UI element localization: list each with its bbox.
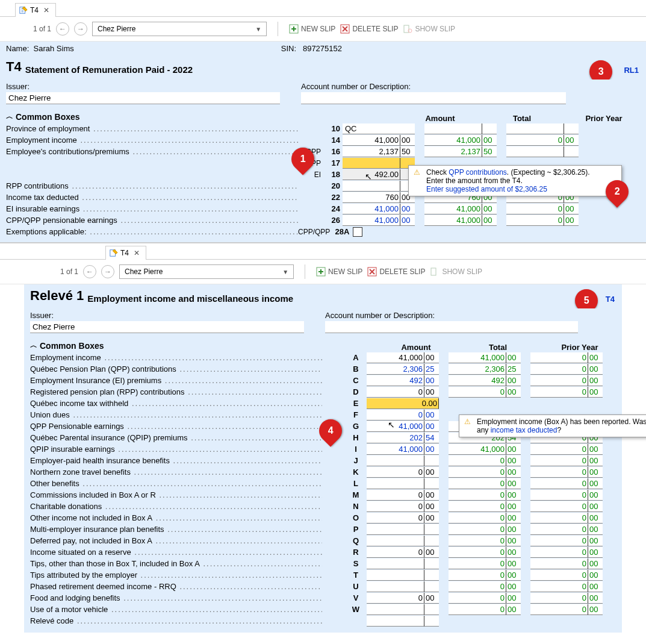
delete-slip-button[interactable]: DELETE SLIP [340, 24, 398, 34]
t4-body: Issuer: Account number or Description: ︿… [0, 80, 646, 243]
t4-link[interactable]: T4 [606, 295, 615, 304]
tab-t4[interactable]: T4 ✕ [15, 3, 56, 17]
amount-input[interactable] [367, 536, 424, 546]
table-row: Multi-employer insurance plan benefitsP0… [30, 524, 616, 535]
amount-input[interactable]: 2,306 [367, 364, 424, 375]
amount-input[interactable]: 0 [367, 547, 424, 558]
amount-input[interactable] [367, 616, 424, 627]
section-common-boxes[interactable]: ︿ Common Boxes [6, 111, 80, 122]
box-letter: U [347, 582, 367, 591]
prev-button[interactable]: ← [83, 265, 96, 278]
amount-input[interactable]: 41,000 [367, 421, 424, 432]
rl1-table: Employment incomeA41,0000041,00000000Qué… [30, 352, 616, 627]
toolbar: 1 of 1 ← → Chez Pierre ▼ NEW SLIP DELETE… [0, 17, 646, 42]
amount-input[interactable] [343, 181, 400, 192]
close-icon[interactable]: ✕ [43, 6, 49, 14]
amount-input[interactable]: 41,000 [343, 215, 400, 226]
col-prior: Prior Year [568, 114, 640, 123]
amount-input[interactable]: 0 [367, 490, 424, 501]
box-letter: B [347, 364, 367, 374]
amount-input[interactable]: 0 [367, 387, 424, 398]
new-slip-button[interactable]: NEW SLIP [316, 267, 362, 277]
amount-input[interactable] [367, 570, 424, 581]
rl1-link[interactable]: RL1 [624, 66, 639, 75]
tab-strip-rl1: T4 ✕ [0, 243, 646, 260]
amount-input[interactable]: 0 [367, 513, 424, 524]
income-tax-link[interactable]: income tax deducted [491, 426, 557, 434]
delete-slip-button[interactable]: DELETE SLIP [367, 267, 425, 277]
table-row: Tips attributed by the employerT000000 [30, 569, 616, 581]
row-label: RPP contributions [6, 181, 298, 190]
box-number: 10 [323, 124, 343, 133]
rl1-pane: T4 ✕ 1 of 1 ← → Chez Pierre ▼ NEW SLIP D… [0, 242, 646, 633]
amount-input[interactable]: QC [343, 123, 415, 134]
row-label: Tips, other than those in Box T, include… [30, 559, 322, 568]
boxe-tooltip: ⚠ Employment income (Box A) has been rep… [459, 414, 646, 437]
amount-input[interactable]: 0.00 [367, 398, 439, 409]
table-row: Registered pension plan (RPP) contributi… [30, 386, 616, 398]
enter-suggested-link[interactable]: Enter suggested amount of $2,306.25 [426, 185, 547, 193]
box-letter: A [347, 353, 367, 362]
account-input[interactable] [325, 321, 578, 333]
box-letter: E [347, 399, 367, 408]
amount-input[interactable]: 0 [367, 410, 424, 420]
divider [278, 22, 278, 36]
title-row-rl1: Relevé 1 Employment income and miscellan… [24, 284, 622, 308]
chevron-down-icon: ▼ [255, 26, 261, 33]
amount-input[interactable]: 41,000 [343, 204, 400, 214]
tab-t4-rl1[interactable]: T4 ✕ [105, 246, 146, 260]
amount-input[interactable]: 492.00 [343, 169, 400, 180]
row-label: Tips attributed by the employer [30, 571, 322, 580]
table-row: Exemptions applicable:CPP/QPP28A [6, 226, 640, 237]
issuer-label: Issuer: [30, 311, 325, 320]
qpp-tooltip: ⚠ Check QPP contributions. (Expecting ~ … [408, 165, 622, 196]
section-common-boxes[interactable]: ︿ Common Boxes [30, 340, 104, 351]
table-row: QPIP insurable earningsI41,0000041,00000… [30, 443, 616, 455]
qpp-link[interactable]: QPP contributions [449, 168, 507, 177]
row-label: Registered pension plan (RPP) contributi… [30, 387, 322, 396]
exemption-checkbox[interactable] [353, 227, 362, 237]
amount-input[interactable]: 41,000 [343, 135, 400, 146]
table-row: Northern zone travel benefitsK000000000 [30, 466, 616, 478]
close-icon[interactable]: ✕ [134, 249, 140, 257]
amount-input[interactable] [367, 604, 424, 615]
prev-button[interactable]: ← [56, 22, 69, 36]
amount-input[interactable] [367, 455, 424, 466]
issuer-select[interactable]: Chez Pierre ▼ [92, 22, 267, 36]
new-slip-button[interactable]: NEW SLIP [289, 24, 335, 34]
show-icon [403, 24, 412, 34]
row-label: Commissions included in Box A or R [30, 490, 322, 499]
account-input[interactable] [301, 92, 566, 104]
show-slip-button[interactable]: SHOW SLIP [430, 267, 482, 277]
show-slip-button[interactable]: SHOW SLIP [403, 24, 455, 34]
svg-rect-8 [431, 268, 436, 275]
next-button[interactable]: → [74, 22, 87, 36]
issuer-input[interactable] [6, 92, 280, 104]
row-label: QPP Pensionable earnings [30, 422, 322, 431]
amount-input[interactable] [367, 524, 424, 535]
amount-input[interactable]: 2,137 [343, 146, 400, 157]
amount-input[interactable]: 760 [343, 192, 400, 203]
amount-input[interactable]: 492 [367, 375, 424, 386]
issuer-input[interactable] [30, 321, 304, 333]
row-label: Employment income [30, 353, 322, 362]
amount-input[interactable] [343, 158, 400, 169]
box-letter: Q [347, 536, 367, 545]
box-letter: K [347, 467, 367, 477]
box-letter: P [347, 525, 367, 534]
amount-input[interactable] [367, 558, 424, 569]
amount-input[interactable]: 41,000 [367, 444, 424, 455]
next-button[interactable]: → [101, 265, 114, 278]
row-label: CPP/QPP pensionable earnings [6, 216, 298, 225]
amount-input[interactable]: 0 [367, 501, 424, 512]
amount-input[interactable]: 202 [367, 433, 424, 443]
box-number: 20 [323, 181, 343, 190]
amount-input[interactable]: 41,000 [367, 352, 424, 363]
table-row: Income situated on a reserveR000000000 [30, 546, 616, 558]
rl1-body: Issuer: Account number or Description: ︿… [24, 308, 622, 633]
issuer-select[interactable]: Chez Pierre ▼ [119, 264, 294, 279]
amount-input[interactable] [367, 478, 424, 489]
amount-input[interactable] [367, 581, 424, 592]
amount-input[interactable]: 0 [367, 467, 424, 478]
amount-input[interactable]: 0 [367, 593, 424, 604]
